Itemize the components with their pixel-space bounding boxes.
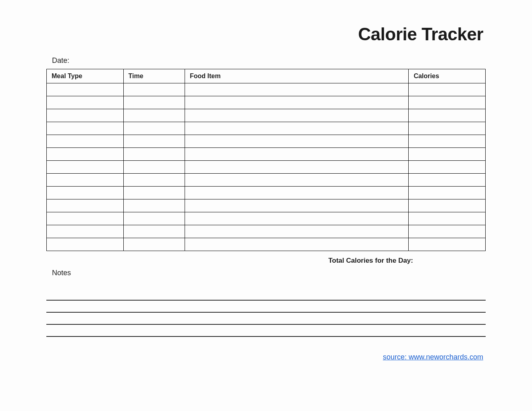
cell-time[interactable] xyxy=(123,225,185,238)
cell-calories[interactable] xyxy=(409,212,486,225)
note-line[interactable] xyxy=(46,313,486,325)
cell-calories[interactable] xyxy=(409,225,486,238)
cell-food[interactable] xyxy=(185,135,409,148)
col-header-time: Time xyxy=(123,69,185,83)
table-header-row: Meal Type Time Food Item Calories xyxy=(47,69,486,83)
table-row xyxy=(47,174,486,187)
cell-calories[interactable] xyxy=(409,122,486,135)
cell-food[interactable] xyxy=(185,238,409,251)
cell-food[interactable] xyxy=(185,83,409,96)
cell-food[interactable] xyxy=(185,96,409,109)
cell-food[interactable] xyxy=(185,187,409,199)
cell-calories[interactable] xyxy=(409,161,486,174)
cell-meal[interactable] xyxy=(47,109,124,122)
table-row xyxy=(47,96,486,109)
cell-calories[interactable] xyxy=(409,148,486,161)
cell-food[interactable] xyxy=(185,109,409,122)
table-row xyxy=(47,199,486,212)
cell-calories[interactable] xyxy=(409,96,486,109)
table-row xyxy=(47,225,486,238)
cell-food[interactable] xyxy=(185,212,409,225)
cell-calories[interactable] xyxy=(409,238,486,251)
source-link-container: source: www.neworchards.com xyxy=(46,353,486,361)
col-header-meal: Meal Type xyxy=(47,69,124,83)
cell-food[interactable] xyxy=(185,225,409,238)
cell-meal[interactable] xyxy=(47,83,124,96)
cell-food[interactable] xyxy=(185,174,409,187)
cell-meal[interactable] xyxy=(47,199,124,212)
tracker-table: Meal Type Time Food Item Calories xyxy=(46,69,486,251)
cell-time[interactable] xyxy=(123,109,185,122)
cell-meal[interactable] xyxy=(47,225,124,238)
table-row xyxy=(47,135,486,148)
table-row xyxy=(47,148,486,161)
table-row xyxy=(47,83,486,96)
col-header-food: Food Item xyxy=(185,69,409,83)
cell-food[interactable] xyxy=(185,122,409,135)
note-line[interactable] xyxy=(46,325,486,337)
table-row xyxy=(47,187,486,199)
table-row xyxy=(47,109,486,122)
cell-calories[interactable] xyxy=(409,109,486,122)
col-header-calories: Calories xyxy=(409,69,486,83)
cell-time[interactable] xyxy=(123,96,185,109)
page-title: Calorie Tracker xyxy=(46,24,486,44)
cell-meal[interactable] xyxy=(47,238,124,251)
cell-food[interactable] xyxy=(185,148,409,161)
cell-calories[interactable] xyxy=(409,135,486,148)
cell-time[interactable] xyxy=(123,83,185,96)
cell-time[interactable] xyxy=(123,187,185,199)
cell-time[interactable] xyxy=(123,212,185,225)
notes-label: Notes xyxy=(52,269,486,277)
cell-meal[interactable] xyxy=(47,148,124,161)
table-row xyxy=(47,122,486,135)
cell-calories[interactable] xyxy=(409,83,486,96)
cell-calories[interactable] xyxy=(409,187,486,199)
table-row xyxy=(47,212,486,225)
cell-time[interactable] xyxy=(123,174,185,187)
table-row xyxy=(47,238,486,251)
cell-time[interactable] xyxy=(123,148,185,161)
cell-meal[interactable] xyxy=(47,122,124,135)
cell-time[interactable] xyxy=(123,238,185,251)
date-label: Date: xyxy=(52,56,486,65)
source-link[interactable]: source: www.neworchards.com xyxy=(383,353,483,361)
cell-food[interactable] xyxy=(185,161,409,174)
cell-time[interactable] xyxy=(123,161,185,174)
cell-calories[interactable] xyxy=(409,199,486,212)
cell-meal[interactable] xyxy=(47,212,124,225)
notes-lines xyxy=(46,289,486,337)
total-calories-label: Total Calories for the Day: xyxy=(46,251,486,265)
cell-meal[interactable] xyxy=(47,161,124,174)
note-line[interactable] xyxy=(46,289,486,301)
cell-meal[interactable] xyxy=(47,174,124,187)
cell-meal[interactable] xyxy=(47,135,124,148)
cell-calories[interactable] xyxy=(409,174,486,187)
cell-time[interactable] xyxy=(123,122,185,135)
note-line[interactable] xyxy=(46,301,486,313)
cell-time[interactable] xyxy=(123,135,185,148)
cell-meal[interactable] xyxy=(47,96,124,109)
table-row xyxy=(47,161,486,174)
cell-time[interactable] xyxy=(123,199,185,212)
cell-meal[interactable] xyxy=(47,187,124,199)
cell-food[interactable] xyxy=(185,199,409,212)
